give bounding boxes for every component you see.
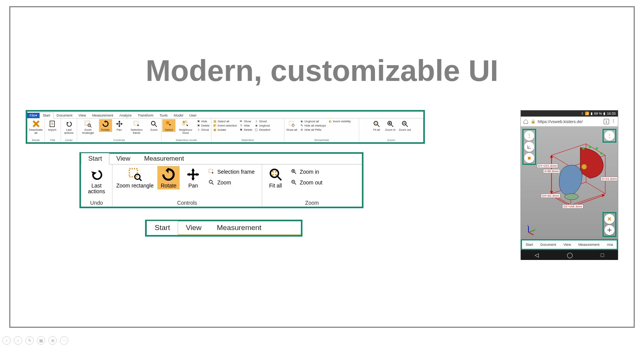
mtab-analyze[interactable]: Ana: [607, 243, 613, 247]
svg-point-5: [151, 121, 155, 125]
tab-measurement[interactable]: Measurement: [89, 113, 116, 118]
mtab-view[interactable]: View: [563, 243, 571, 247]
pan-button[interactable]: Pan: [113, 119, 126, 132]
rotate-button[interactable]: Rotate: [99, 119, 112, 132]
tab-start[interactable]: Start: [147, 221, 178, 235]
selection-frame-button[interactable]: Selection frame: [127, 119, 147, 135]
axis-button[interactable]: [524, 142, 534, 152]
more-button[interactable]: ⋮: [604, 131, 614, 141]
ribbon1-tabs: File▾ Start Document View Measurement An…: [27, 112, 423, 118]
delete-button[interactable]: ✖Delete: [238, 128, 253, 132]
unghost-all-button[interactable]: ◈Unghost all: [299, 119, 327, 123]
tab-view[interactable]: View: [178, 221, 209, 234]
svg-text:y: y: [535, 228, 536, 230]
model-graphic: DY=221.4mm d=80.8mm DX=82.4mm DZ=168.3mm…: [544, 140, 609, 209]
tab-measurement[interactable]: Measurement: [209, 221, 269, 234]
tab-user[interactable]: User: [186, 113, 200, 118]
more-button[interactable]: ⋯: [60, 336, 68, 345]
isolate-button[interactable]: ▣Isolate: [212, 128, 238, 132]
last-actions-button[interactable]: Last actions: [62, 119, 76, 135]
zoom-in-button[interactable]: Zoom in: [289, 168, 324, 176]
nav-home-icon[interactable]: ◯: [567, 252, 573, 258]
nav-back-icon[interactable]: ◁: [535, 252, 539, 258]
axis-gizmo: z y x: [525, 225, 536, 235]
tab-view[interactable]: View: [109, 153, 137, 164]
pan-button[interactable]: Pan: [182, 166, 204, 189]
neighbour-icon: [182, 120, 190, 128]
mtab-measurement[interactable]: Measurement: [578, 243, 599, 247]
tab-count[interactable]: 1: [604, 119, 609, 124]
tab-analyze[interactable]: Analyze: [116, 113, 135, 118]
zoom-rect-icon: [127, 167, 143, 182]
select-button[interactable]: Select: [162, 119, 175, 132]
file-menu[interactable]: File▾: [27, 113, 40, 118]
fit-all-button[interactable]: Fit all: [370, 119, 383, 132]
tab-document[interactable]: Document: [54, 113, 76, 118]
show-button[interactable]: 👁Show: [238, 119, 253, 123]
nav-recent-icon[interactable]: □: [601, 252, 604, 258]
close-button[interactable]: ✕: [604, 214, 614, 224]
deselect-button[interactable]: ▢Deselect: [254, 128, 271, 132]
next-slide-button[interactable]: ›: [14, 336, 22, 345]
zoom-button[interactable]: ⊕: [48, 336, 57, 345]
move-button[interactable]: [604, 225, 614, 235]
invert-visibility-button[interactable]: ◐Invert visibility: [327, 119, 352, 123]
show-icon: 👁: [239, 119, 243, 123]
zoom-out-button[interactable]: Zoom out: [398, 119, 412, 132]
zoom-button[interactable]: Zoom: [147, 119, 160, 132]
group-controls-label: Controls: [115, 199, 259, 206]
mtab-start[interactable]: Start: [526, 243, 533, 247]
tab-start[interactable]: Start: [81, 153, 109, 164]
delete-mode-button[interactable]: ✖Delete: [196, 123, 210, 127]
tab-measurement[interactable]: Measurement: [137, 153, 191, 164]
view-button[interactable]: ▦: [37, 336, 45, 345]
more-icon[interactable]: ⋮: [611, 119, 616, 124]
zoom-rectangle-button[interactable]: Zoom rectangle: [115, 166, 155, 189]
deactivate-all-button[interactable]: Deactivate all: [28, 119, 44, 135]
zoom-icon: [208, 179, 215, 186]
svg-rect-11: [289, 121, 293, 125]
show-all-button[interactable]: Show all: [285, 119, 298, 132]
measure-D: D=41.0mm: [601, 177, 618, 181]
zoom-rectangle-button[interactable]: Zoom rectangle: [78, 119, 98, 135]
ghost-mode-button[interactable]: ◊Ghost: [196, 128, 210, 132]
zoom-button[interactable]: Zoom: [206, 178, 256, 187]
rotate-button[interactable]: Rotate: [157, 166, 180, 189]
svg-rect-1: [85, 121, 90, 126]
home-icon[interactable]: [523, 119, 528, 124]
hide-button[interactable]: ⦸Hide: [238, 123, 253, 127]
hide-mode-button[interactable]: ✖Hide: [196, 119, 210, 123]
last-actions-button[interactable]: Last actions: [83, 166, 110, 195]
show-all-icon: [287, 120, 296, 128]
select-all-button[interactable]: ▦Select all: [212, 119, 238, 123]
mtab-document[interactable]: Document: [540, 243, 556, 247]
hide-pmis-button[interactable]: ⊘Hide all PMIs: [299, 128, 327, 132]
tab-tools[interactable]: Tools: [157, 113, 171, 118]
hide-markups-button[interactable]: ✎Hide all markups: [299, 123, 327, 127]
tab-start[interactable]: Start: [40, 112, 54, 118]
box-button[interactable]: ■: [524, 153, 534, 163]
svg-point-25: [271, 169, 279, 178]
tab-view[interactable]: View: [76, 113, 89, 118]
prev-slide-button[interactable]: ‹: [2, 336, 11, 345]
selection-frame-button[interactable]: Selection frame: [206, 168, 256, 176]
menu-button[interactable]: ⋮: [524, 131, 534, 141]
fit-all-button[interactable]: Fit all: [264, 166, 287, 189]
svg-rect-7: [166, 121, 169, 124]
tab-model[interactable]: Model: [171, 113, 187, 118]
zoom-in-button[interactable]: Zoom in: [384, 119, 397, 132]
tab-transform[interactable]: Transform: [135, 113, 157, 118]
unghost-button[interactable]: ◈Unghost: [254, 123, 271, 127]
pen-button[interactable]: ✎: [25, 336, 34, 345]
invert-selection-button[interactable]: ◩Invert selection: [212, 123, 238, 127]
import-button[interactable]: Import: [46, 119, 59, 132]
svg-line-14: [378, 125, 380, 127]
svg-line-24: [212, 183, 214, 184]
neighbourhood-button[interactable]: Neighbour hood: [176, 119, 195, 135]
ghost-button[interactable]: ◊Ghost: [254, 119, 271, 123]
url-text[interactable]: https://vsweb.kisters.de/: [538, 119, 601, 124]
zoom-out-button[interactable]: Zoom out: [289, 178, 324, 187]
mobile-3d-viewport[interactable]: ⋮ ■ ⋮ ✕: [521, 127, 618, 239]
fit-all-icon: [268, 167, 283, 182]
battery-icon: ▮: [603, 112, 605, 115]
